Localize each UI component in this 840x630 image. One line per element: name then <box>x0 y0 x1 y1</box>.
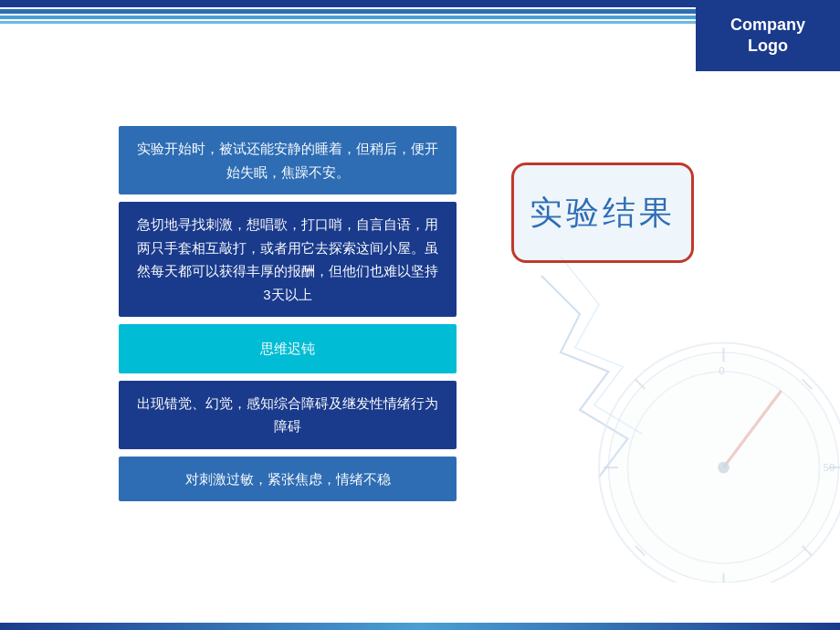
left-panel: 实验开始时，被试还能安静的睡着，但稍后，便开始失眠，焦躁不安。 急切地寻找刺激，… <box>119 126 457 509</box>
main-content: 0 50 100 实验开始时，被试还能安静的睡着，但稍后，便开始失眠，焦躁不安。… <box>0 71 840 630</box>
text-box-4: 出现错觉、幻觉，感知综合障碍及继发性情绪行为障碍 <box>119 381 457 449</box>
text-box-2: 急切地寻找刺激，想唱歌，打口哨，自言自语，用两只手套相互敲打，或者用它去探索这间… <box>119 202 457 317</box>
svg-text:0: 0 <box>719 365 724 376</box>
company-logo-text: CompanyLogo <box>730 15 805 58</box>
result-box-container: 实验结果 <box>511 163 694 263</box>
result-label: 实验结果 <box>530 191 676 236</box>
text-box-3-content: 思维迟钝 <box>260 341 315 356</box>
svg-point-15 <box>718 462 730 474</box>
text-box-2-content: 急切地寻找刺激，想唱歌，打口哨，自言自语，用两只手套相互敲打，或者用它去探索这间… <box>137 216 438 302</box>
text-box-5: 对刺激过敏，紧张焦虑，情绪不稳 <box>119 457 457 502</box>
text-box-1-content: 实验开始时，被试还能安静的睡着，但稍后，便开始失眠，焦躁不安。 <box>137 141 438 180</box>
svg-text:50: 50 <box>824 462 835 473</box>
background-decoration: 0 50 100 <box>402 71 840 601</box>
company-logo: CompanyLogo <box>696 0 840 71</box>
text-box-5-content: 对刺激过敏，紧张焦虑，情绪不稳 <box>185 471 391 487</box>
text-box-3: 思维迟钝 <box>119 324 457 373</box>
bottom-line <box>0 623 840 630</box>
text-box-4-content: 出现错觉、幻觉，感知综合障碍及继发性情绪行为障碍 <box>137 395 438 435</box>
header-bar: CompanyLogo <box>0 0 840 71</box>
svg-line-7 <box>635 379 646 389</box>
text-box-1: 实验开始时，被试还能安静的睡着，但稍后，便开始失眠，焦躁不安。 <box>119 126 457 194</box>
svg-line-8 <box>803 546 813 556</box>
result-box: 实验结果 <box>511 163 694 263</box>
